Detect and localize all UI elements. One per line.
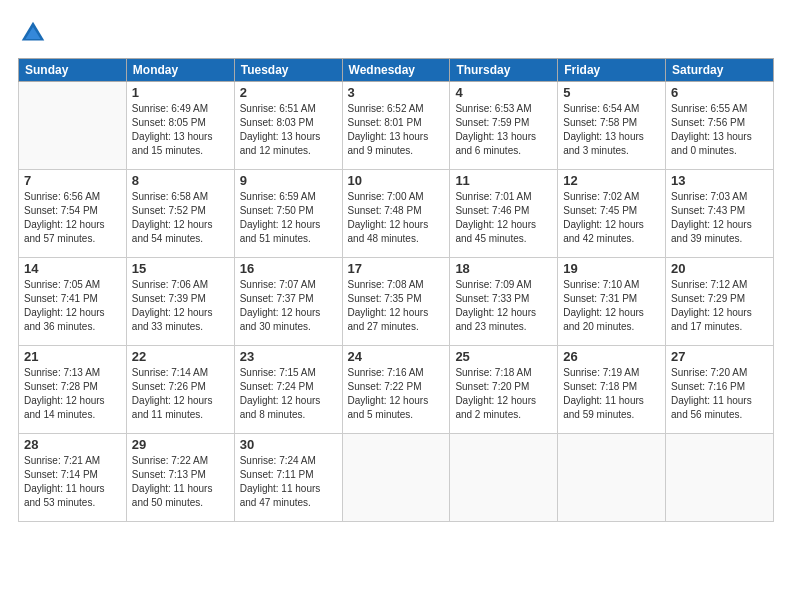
day-number: 4 <box>455 85 552 100</box>
day-cell: 1Sunrise: 6:49 AMSunset: 8:05 PMDaylight… <box>126 82 234 170</box>
day-cell: 26Sunrise: 7:19 AMSunset: 7:18 PMDayligh… <box>558 346 666 434</box>
day-info: Sunrise: 7:05 AMSunset: 7:41 PMDaylight:… <box>24 278 121 334</box>
day-number: 30 <box>240 437 337 452</box>
day-info: Sunrise: 7:19 AMSunset: 7:18 PMDaylight:… <box>563 366 660 422</box>
day-number: 13 <box>671 173 768 188</box>
day-cell: 7Sunrise: 6:56 AMSunset: 7:54 PMDaylight… <box>19 170 127 258</box>
day-cell: 16Sunrise: 7:07 AMSunset: 7:37 PMDayligh… <box>234 258 342 346</box>
week-row-3: 14Sunrise: 7:05 AMSunset: 7:41 PMDayligh… <box>19 258 774 346</box>
day-cell: 30Sunrise: 7:24 AMSunset: 7:11 PMDayligh… <box>234 434 342 522</box>
day-number: 19 <box>563 261 660 276</box>
day-cell: 22Sunrise: 7:14 AMSunset: 7:26 PMDayligh… <box>126 346 234 434</box>
day-info: Sunrise: 7:09 AMSunset: 7:33 PMDaylight:… <box>455 278 552 334</box>
day-cell: 4Sunrise: 6:53 AMSunset: 7:59 PMDaylight… <box>450 82 558 170</box>
day-info: Sunrise: 7:02 AMSunset: 7:45 PMDaylight:… <box>563 190 660 246</box>
day-cell: 29Sunrise: 7:22 AMSunset: 7:13 PMDayligh… <box>126 434 234 522</box>
day-cell: 12Sunrise: 7:02 AMSunset: 7:45 PMDayligh… <box>558 170 666 258</box>
day-info: Sunrise: 6:52 AMSunset: 8:01 PMDaylight:… <box>348 102 445 158</box>
day-number: 9 <box>240 173 337 188</box>
day-number: 16 <box>240 261 337 276</box>
page: SundayMondayTuesdayWednesdayThursdayFrid… <box>0 0 792 612</box>
day-cell <box>666 434 774 522</box>
day-number: 7 <box>24 173 121 188</box>
day-number: 24 <box>348 349 445 364</box>
day-info: Sunrise: 6:56 AMSunset: 7:54 PMDaylight:… <box>24 190 121 246</box>
day-info: Sunrise: 7:08 AMSunset: 7:35 PMDaylight:… <box>348 278 445 334</box>
day-info: Sunrise: 7:18 AMSunset: 7:20 PMDaylight:… <box>455 366 552 422</box>
weekday-header-saturday: Saturday <box>666 59 774 82</box>
day-cell: 3Sunrise: 6:52 AMSunset: 8:01 PMDaylight… <box>342 82 450 170</box>
day-info: Sunrise: 7:16 AMSunset: 7:22 PMDaylight:… <box>348 366 445 422</box>
day-number: 22 <box>132 349 229 364</box>
day-number: 29 <box>132 437 229 452</box>
day-info: Sunrise: 7:20 AMSunset: 7:16 PMDaylight:… <box>671 366 768 422</box>
day-number: 20 <box>671 261 768 276</box>
day-number: 27 <box>671 349 768 364</box>
week-row-5: 28Sunrise: 7:21 AMSunset: 7:14 PMDayligh… <box>19 434 774 522</box>
day-number: 11 <box>455 173 552 188</box>
day-info: Sunrise: 7:24 AMSunset: 7:11 PMDaylight:… <box>240 454 337 510</box>
day-cell: 21Sunrise: 7:13 AMSunset: 7:28 PMDayligh… <box>19 346 127 434</box>
day-number: 23 <box>240 349 337 364</box>
day-cell: 28Sunrise: 7:21 AMSunset: 7:14 PMDayligh… <box>19 434 127 522</box>
day-cell: 8Sunrise: 6:58 AMSunset: 7:52 PMDaylight… <box>126 170 234 258</box>
day-number: 21 <box>24 349 121 364</box>
day-number: 14 <box>24 261 121 276</box>
day-cell: 9Sunrise: 6:59 AMSunset: 7:50 PMDaylight… <box>234 170 342 258</box>
day-info: Sunrise: 7:00 AMSunset: 7:48 PMDaylight:… <box>348 190 445 246</box>
day-info: Sunrise: 6:53 AMSunset: 7:59 PMDaylight:… <box>455 102 552 158</box>
day-cell: 15Sunrise: 7:06 AMSunset: 7:39 PMDayligh… <box>126 258 234 346</box>
day-info: Sunrise: 6:55 AMSunset: 7:56 PMDaylight:… <box>671 102 768 158</box>
day-cell: 5Sunrise: 6:54 AMSunset: 7:58 PMDaylight… <box>558 82 666 170</box>
day-info: Sunrise: 7:03 AMSunset: 7:43 PMDaylight:… <box>671 190 768 246</box>
day-cell: 20Sunrise: 7:12 AMSunset: 7:29 PMDayligh… <box>666 258 774 346</box>
day-info: Sunrise: 6:51 AMSunset: 8:03 PMDaylight:… <box>240 102 337 158</box>
day-cell: 18Sunrise: 7:09 AMSunset: 7:33 PMDayligh… <box>450 258 558 346</box>
day-number: 6 <box>671 85 768 100</box>
day-cell: 24Sunrise: 7:16 AMSunset: 7:22 PMDayligh… <box>342 346 450 434</box>
day-info: Sunrise: 7:07 AMSunset: 7:37 PMDaylight:… <box>240 278 337 334</box>
day-number: 26 <box>563 349 660 364</box>
day-number: 8 <box>132 173 229 188</box>
day-number: 2 <box>240 85 337 100</box>
day-number: 10 <box>348 173 445 188</box>
day-cell: 11Sunrise: 7:01 AMSunset: 7:46 PMDayligh… <box>450 170 558 258</box>
weekday-header-friday: Friday <box>558 59 666 82</box>
day-cell: 14Sunrise: 7:05 AMSunset: 7:41 PMDayligh… <box>19 258 127 346</box>
day-number: 5 <box>563 85 660 100</box>
day-number: 12 <box>563 173 660 188</box>
weekday-header-monday: Monday <box>126 59 234 82</box>
day-cell: 13Sunrise: 7:03 AMSunset: 7:43 PMDayligh… <box>666 170 774 258</box>
day-cell: 17Sunrise: 7:08 AMSunset: 7:35 PMDayligh… <box>342 258 450 346</box>
week-row-4: 21Sunrise: 7:13 AMSunset: 7:28 PMDayligh… <box>19 346 774 434</box>
day-cell <box>558 434 666 522</box>
day-cell: 27Sunrise: 7:20 AMSunset: 7:16 PMDayligh… <box>666 346 774 434</box>
day-info: Sunrise: 7:22 AMSunset: 7:13 PMDaylight:… <box>132 454 229 510</box>
weekday-header-sunday: Sunday <box>19 59 127 82</box>
day-cell: 10Sunrise: 7:00 AMSunset: 7:48 PMDayligh… <box>342 170 450 258</box>
day-info: Sunrise: 6:58 AMSunset: 7:52 PMDaylight:… <box>132 190 229 246</box>
day-info: Sunrise: 6:49 AMSunset: 8:05 PMDaylight:… <box>132 102 229 158</box>
day-number: 18 <box>455 261 552 276</box>
day-info: Sunrise: 6:54 AMSunset: 7:58 PMDaylight:… <box>563 102 660 158</box>
day-number: 3 <box>348 85 445 100</box>
day-info: Sunrise: 7:14 AMSunset: 7:26 PMDaylight:… <box>132 366 229 422</box>
weekday-header-row: SundayMondayTuesdayWednesdayThursdayFrid… <box>19 59 774 82</box>
day-number: 28 <box>24 437 121 452</box>
day-cell: 25Sunrise: 7:18 AMSunset: 7:20 PMDayligh… <box>450 346 558 434</box>
weekday-header-tuesday: Tuesday <box>234 59 342 82</box>
logo <box>18 18 50 48</box>
calendar: SundayMondayTuesdayWednesdayThursdayFrid… <box>18 58 774 522</box>
day-info: Sunrise: 7:10 AMSunset: 7:31 PMDaylight:… <box>563 278 660 334</box>
day-cell: 6Sunrise: 6:55 AMSunset: 7:56 PMDaylight… <box>666 82 774 170</box>
header <box>18 18 774 48</box>
day-info: Sunrise: 7:01 AMSunset: 7:46 PMDaylight:… <box>455 190 552 246</box>
day-info: Sunrise: 7:13 AMSunset: 7:28 PMDaylight:… <box>24 366 121 422</box>
logo-icon <box>18 18 48 48</box>
weekday-header-wednesday: Wednesday <box>342 59 450 82</box>
weekday-header-thursday: Thursday <box>450 59 558 82</box>
day-cell <box>450 434 558 522</box>
day-number: 25 <box>455 349 552 364</box>
day-cell: 23Sunrise: 7:15 AMSunset: 7:24 PMDayligh… <box>234 346 342 434</box>
day-cell <box>342 434 450 522</box>
